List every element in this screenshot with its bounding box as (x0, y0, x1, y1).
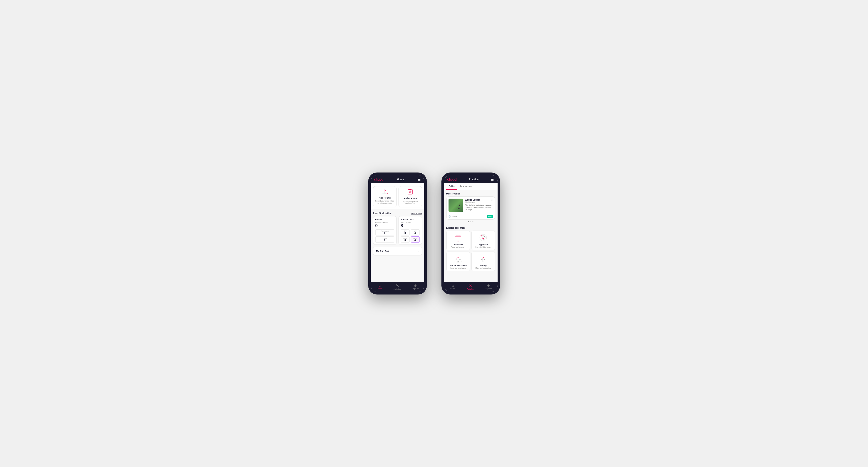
add-round-desc: Record your shots in fast or enhanced mo… (375, 200, 394, 204)
practice-val: 0 (376, 239, 393, 242)
drills-sub-grid1: OTT 0 APP 4 (401, 229, 420, 236)
around-the-green-name: Around The Green (450, 264, 467, 267)
add-practice-desc: Capture your practice off-the-course (401, 200, 420, 205)
stats-grid: Rounds Rounds Capture 0 Tournament 0 Pra… (371, 216, 424, 247)
app-header-home: clippd Home ☰ (371, 175, 424, 183)
last3months-header: Last 3 Months View Activity (371, 209, 424, 216)
svg-point-18 (485, 237, 485, 237)
dots-pagination (446, 221, 495, 222)
skill-card-putting[interactable]: Putting Make and lag practice (471, 252, 495, 271)
add-round-title: Add Round (379, 197, 391, 199)
practice-logo: clippd (447, 177, 457, 181)
shots-info: 🕐 9 shots (448, 215, 457, 218)
drill-desc: Play 1 shot at each target yardage. If y… (465, 204, 493, 211)
svg-rect-2 (408, 189, 412, 194)
svg-point-19 (484, 239, 484, 240)
around-the-green-desc: Hone your short game (450, 267, 466, 269)
drills-capture-label: Drills Capture (401, 222, 420, 223)
nav-home[interactable]: ⌂ Home (373, 284, 385, 290)
svg-rect-3 (409, 189, 411, 190)
skill-card-off-the-tee[interactable]: Off The Tee Power and accuracy (446, 230, 470, 250)
add-practice-icon (407, 189, 413, 196)
svg-point-14 (482, 237, 484, 239)
add-round-card[interactable]: Add Round Record your shots in fast or e… (373, 186, 397, 208)
rounds-card: Rounds Rounds Capture 0 Tournament 0 Pra… (373, 216, 397, 245)
activities-nav-label: Activities (394, 288, 401, 290)
golf-bag-label: My Golf Bag (376, 250, 389, 252)
skill-card-around-the-green[interactable]: Around The Green Hone your short game (446, 252, 470, 271)
drill-card[interactable]: Wedge Ladder 50–100 yds ☆ Play 1 shot at… (446, 196, 495, 220)
svg-point-30 (470, 284, 471, 285)
capture-label-practice: Capture (485, 288, 492, 290)
svg-point-4 (409, 191, 411, 193)
svg-point-26 (483, 261, 484, 261)
dot-1 (468, 221, 469, 222)
rounds-capture-label: Rounds Capture (375, 222, 394, 223)
drill-image (448, 198, 463, 212)
capture-nav-label: Capture (412, 288, 419, 290)
rounds-title: Rounds (375, 218, 394, 221)
capture-icon-practice: ⊕ (487, 284, 490, 287)
most-popular-section: Most Popular (444, 190, 498, 227)
activities-icon-practice (469, 283, 472, 287)
home-nav-label: Home (377, 288, 382, 290)
nav-capture-practice[interactable]: ⊕ Capture (483, 284, 495, 290)
off-the-tee-name: Off The Tee (453, 244, 463, 246)
add-practice-title: Add Practice (403, 197, 417, 199)
skill-card-approach[interactable]: Approach Dial-in to hit the green (471, 230, 495, 250)
practice-drills-card: Practice Drills Drills Capture 8 OTT 0 A… (399, 216, 422, 245)
view-activity-link[interactable]: View Activity (411, 212, 422, 215)
app-logo: clippd (374, 177, 383, 181)
bottom-nav-home: ⌂ Home Activities ⊕ Capture (371, 282, 424, 292)
app-stat: APP 4 (411, 229, 420, 236)
around-the-green-icon (453, 254, 463, 263)
star-icon[interactable]: ☆ (491, 198, 493, 201)
approach-desc: Dial-in to hit the green (475, 246, 491, 248)
tournament-stat: Tournament 0 (375, 229, 394, 236)
drill-image-bg (448, 198, 463, 212)
drill-footer: 🕐 9 shots APP (446, 214, 495, 219)
putt-stat: PUTT 4 (411, 237, 420, 243)
svg-point-5 (397, 284, 398, 285)
nav-activities[interactable]: Activities (391, 283, 403, 290)
phone-home: clippd Home ☰ Add Round (368, 173, 427, 294)
approach-name: Approach (478, 244, 488, 246)
svg-point-0 (382, 193, 388, 194)
arg-val: 0 (402, 239, 408, 242)
tab-drills[interactable]: Drills (446, 183, 457, 190)
menu-icon[interactable]: ☰ (417, 177, 421, 181)
nav-capture[interactable]: ⊕ Capture (409, 284, 422, 290)
putting-icon (478, 254, 489, 263)
add-round-icon (381, 189, 388, 196)
capture-nav-icon: ⊕ (414, 284, 417, 287)
ott-stat: OTT 0 (401, 229, 410, 236)
drills-total: 8 (401, 223, 420, 228)
drills-sub-grid2: ARG 0 PUTT 4 (401, 237, 420, 243)
most-popular-title: Most Popular (446, 192, 495, 195)
tournament-val: 0 (376, 232, 393, 235)
drill-card-body: Wedge Ladder 50–100 yds ☆ Play 1 shot at… (446, 197, 495, 214)
home-nav-icon: ⌂ (378, 284, 380, 287)
nav-activities-practice[interactable]: Activities (464, 283, 476, 290)
nav-home-practice[interactable]: ⌂ Home (446, 284, 459, 290)
svg-point-6 (459, 205, 460, 206)
golf-bag-row[interactable]: My Golf Bag › (373, 247, 422, 255)
activities-label-practice: Activities (467, 288, 475, 290)
practice-page-title: Practice (469, 178, 478, 181)
add-practice-card[interactable]: Add Practice Capture your practice off-t… (399, 186, 422, 208)
off-the-tee-desc: Power and accuracy (451, 246, 465, 248)
svg-point-17 (482, 236, 482, 236)
app-badge: APP (487, 215, 493, 218)
putting-name: Putting (480, 264, 487, 267)
drills-title: Practice Drills (401, 218, 420, 221)
practice-menu-icon[interactable]: ☰ (491, 177, 494, 181)
practice-content: Most Popular (444, 190, 498, 282)
app-page-title: Home (397, 178, 404, 181)
home-label-practice: Home (450, 288, 455, 290)
putt-val: 4 (412, 239, 418, 242)
svg-marker-1 (384, 189, 385, 190)
home-content: Add Round Record your shots in fast or e… (371, 183, 424, 282)
svg-point-11 (458, 241, 459, 242)
tab-favourites[interactable]: Favourites (457, 183, 475, 190)
tabs-bar: Drills Favourites (444, 183, 498, 190)
